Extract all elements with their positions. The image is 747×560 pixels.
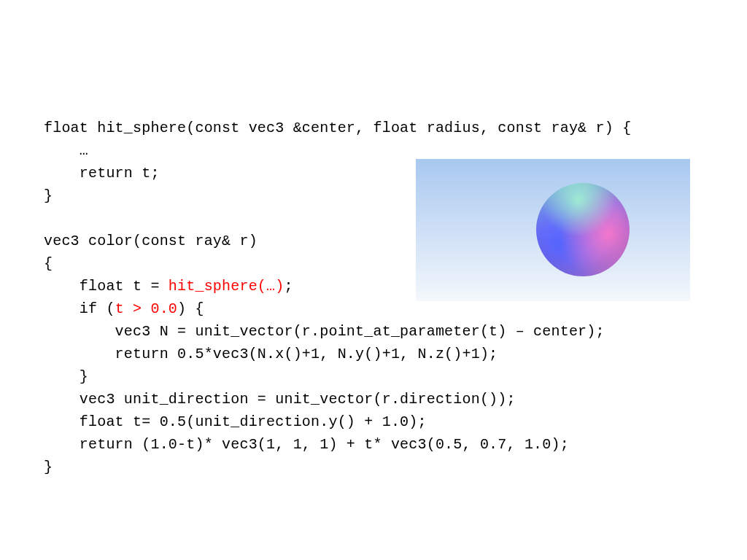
code-line: float t = [44, 278, 169, 295]
code-line: … [44, 142, 88, 159]
code-line: float hit_sphere(const vec3 &center, flo… [44, 120, 631, 136]
code-line: return t; [44, 165, 160, 182]
code-line: } [44, 368, 88, 385]
code-highlight: hit_sphere(…) [169, 278, 285, 295]
render-output-image [416, 159, 690, 301]
code-line: } [44, 187, 53, 204]
code-line: } [44, 459, 53, 475]
code-line: { [44, 255, 53, 272]
rendered-sphere [536, 183, 630, 276]
code-line: if ( [44, 300, 115, 317]
code-line-tail: ) { [177, 300, 204, 317]
code-line-tail: ; [284, 278, 293, 295]
code-line: vec3 unit_direction = unit_vector(r.dire… [44, 391, 516, 408]
code-line: vec3 N = unit_vector(r.point_at_paramete… [44, 323, 605, 340]
code-line: float t= 0.5(unit_direction.y() + 1.0); [44, 413, 427, 430]
code-line: return 0.5*vec3(N.x()+1, N.y()+1, N.z()+… [44, 346, 498, 362]
code-highlight: t > 0.0 [115, 300, 177, 317]
code-line: vec3 color(const ray& r) [44, 233, 258, 249]
slide: float hit_sphere(const vec3 &center, flo… [0, 0, 747, 560]
code-line: return (1.0-t)* vec3(1, 1, 1) + t* vec3(… [44, 436, 569, 453]
